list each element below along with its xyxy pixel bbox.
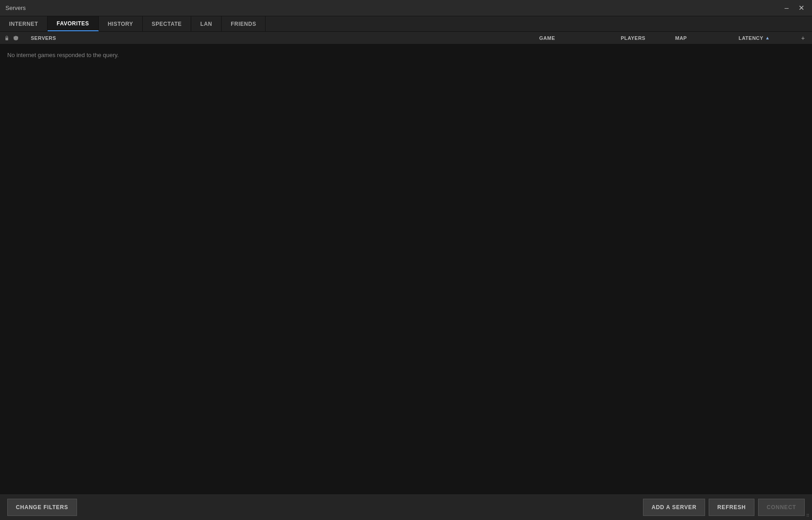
tab-bar: INTERNET FAVORITES HISTORY SPECTATE LAN … (0, 16, 812, 32)
lock-icon (4, 35, 10, 41)
tab-history[interactable]: HISTORY (99, 16, 143, 31)
connect-button[interactable]: CONNECT (758, 499, 805, 516)
bottom-left-actions: CHANGE FILTERS (7, 499, 77, 516)
column-icons (4, 35, 31, 41)
title-bar-controls: – ✕ (781, 3, 807, 14)
tab-favorites[interactable]: FAVORITES (48, 16, 99, 31)
window-title: Servers (5, 5, 26, 11)
title-bar: Servers – ✕ (0, 0, 812, 16)
no-results-message: No internet games responded to the query… (7, 52, 805, 58)
tab-spectate[interactable]: SPECTATE (143, 16, 191, 31)
column-game-header[interactable]: GAME (539, 35, 621, 41)
column-players-header[interactable]: PLAYERS (621, 35, 675, 41)
add-server-button[interactable]: ADD A SERVER (643, 499, 705, 516)
refresh-button[interactable]: REFRESH (709, 499, 754, 516)
change-filters-button[interactable]: CHANGE FILTERS (7, 499, 77, 516)
tab-lan[interactable]: LAN (191, 16, 222, 31)
svg-rect-0 (5, 38, 8, 40)
column-add: + (798, 34, 808, 42)
minimize-button[interactable]: – (781, 3, 792, 14)
close-button[interactable]: ✕ (796, 3, 807, 14)
resize-handle[interactable]: ⠿ (806, 513, 809, 518)
sort-arrow-icon: ▲ (765, 35, 770, 40)
add-column-button[interactable]: + (799, 34, 807, 42)
tab-friends[interactable]: FRIENDS (222, 16, 266, 31)
column-servers-header[interactable]: SERVERS (31, 35, 539, 41)
shield-icon (13, 35, 19, 41)
column-latency-header[interactable]: LATENCY ▲ (739, 35, 798, 41)
tab-internet[interactable]: INTERNET (0, 16, 48, 31)
bottom-right-actions: ADD A SERVER REFRESH CONNECT (643, 499, 805, 516)
bottom-bar: CHANGE FILTERS ADD A SERVER REFRESH CONN… (0, 494, 812, 520)
column-map-header[interactable]: MAP (675, 35, 739, 41)
table-header: SERVERS GAME PLAYERS MAP LATENCY ▲ + (0, 32, 812, 44)
server-list[interactable]: No internet games responded to the query… (0, 44, 812, 494)
